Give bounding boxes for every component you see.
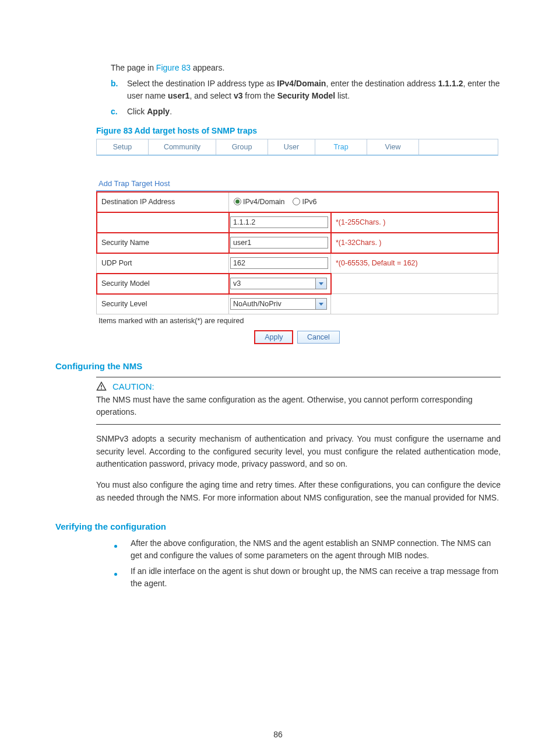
figure-link[interactable]: Figure 83 [156, 63, 191, 72]
paragraph-aging: You must also configure the aging time a… [96, 479, 501, 504]
cancel-button[interactable]: Cancel [297, 331, 340, 344]
label-udp-port: UDP Port [97, 253, 229, 274]
tab-bar: SetupCommunityGroupUserTrapView [96, 139, 498, 156]
radio-ipv4[interactable]: IPv4/Domain [234, 198, 285, 206]
tab-view[interactable]: View [367, 139, 419, 155]
select-security-level[interactable]: NoAuth/NoPriv [230, 298, 327, 310]
tab-setup[interactable]: Setup [97, 139, 149, 155]
caution-text: The NMS must have the same configuration… [96, 394, 501, 418]
heading-verifying: Verifying the configuration [55, 522, 501, 531]
radio-ipv6[interactable]: IPv6 [293, 198, 316, 206]
radio-group-ip-type: IPv4/Domain IPv6 [229, 192, 498, 212]
input-udp-port[interactable] [230, 257, 328, 269]
label-security-name: Security Name [97, 233, 229, 253]
label-security-model: Security Model [97, 274, 229, 294]
select-security-model[interactable]: v3 [230, 278, 327, 289]
tab-group[interactable]: Group [216, 139, 268, 155]
intro-line: The page in Figure 83 appears. [111, 62, 501, 74]
hint-security-name: *(1-32Chars. ) [331, 233, 498, 253]
bullet-icon [114, 545, 117, 548]
paragraph-snmpv3: SNMPv3 adopts a security mechanism of au… [96, 433, 501, 471]
input-destination-address[interactable] [230, 216, 328, 228]
radio-dot-checked-icon [234, 198, 241, 205]
apply-button[interactable]: Apply [255, 331, 293, 344]
form-table: Destination IP Address IPv4/Domain IPv6 … [96, 191, 498, 314]
bullet-2: If an idle interface on the agent is shu… [111, 565, 501, 590]
tab-user[interactable]: User [268, 139, 315, 155]
step-c: c. Click Apply. [111, 106, 501, 118]
bullet-1: After the above configuration, the NMS a… [111, 537, 501, 562]
label-destination-ip: Destination IP Address [97, 192, 229, 212]
tab-trap[interactable]: Trap [315, 139, 367, 155]
page-number: 86 [55, 730, 501, 739]
tab-community[interactable]: Community [149, 139, 216, 155]
radio-dot-icon [293, 198, 300, 205]
caution-label: CAUTION: [112, 382, 154, 391]
form-title: Add Trap Target Host [96, 179, 498, 188]
step-b: b. Select the destination IP address typ… [111, 78, 501, 102]
caution-box: CAUTION: The NMS must have the same conf… [96, 377, 501, 425]
caution-triangle-icon [96, 381, 107, 391]
chevron-down-icon [315, 278, 327, 289]
hint-destination-address: *(1-255Chars. ) [331, 212, 498, 233]
heading-configuring-nms: Configuring the NMS [55, 361, 501, 371]
snmp-trap-form-screenshot: SetupCommunityGroupUserTrapView Add Trap… [96, 139, 498, 344]
figure-caption: Figure 83 Add target hosts of SNMP traps [96, 126, 501, 135]
bullet-icon [114, 573, 117, 576]
hint-udp-port: *(0-65535, Default = 162) [331, 253, 498, 274]
required-note: Items marked with an asterisk(*) are req… [96, 314, 498, 325]
label-security-level: Security Level [97, 294, 229, 314]
svg-point-1 [101, 388, 102, 390]
input-security-name[interactable] [230, 237, 328, 249]
chevron-down-icon [315, 298, 327, 310]
